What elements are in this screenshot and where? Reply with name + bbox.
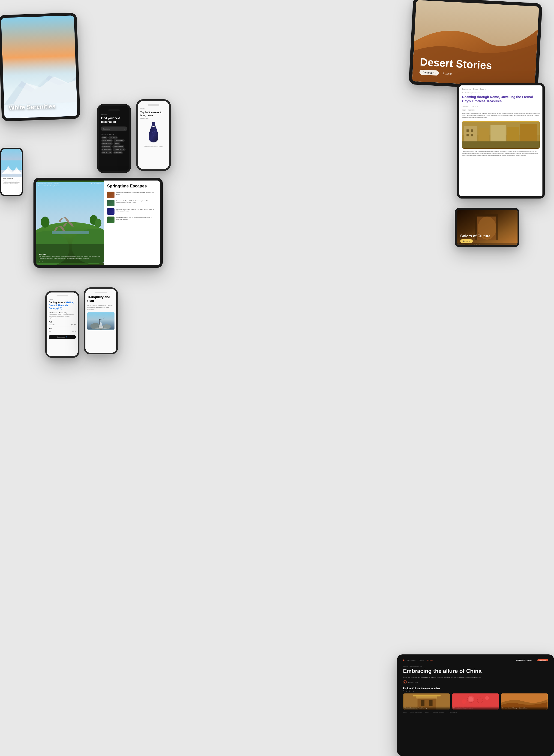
rome-nav-destinations[interactable]: Destinations: [462, 88, 471, 90]
bus-section: Bus: [49, 328, 76, 329]
china-description: China is a vast land with thousands of y…: [403, 677, 548, 678]
nav-dot-2-active: [477, 244, 477, 245]
book-ride-button[interactable]: Book a ride ✈: [49, 335, 76, 339]
china-nav-destinations[interactable]: Destinations: [407, 659, 416, 661]
ipad-desert-stories: 5 stories: [443, 72, 452, 75]
play-button[interactable]: ▶: [403, 680, 407, 684]
spring-landscape: [36, 180, 104, 265]
ipad-desert-discover[interactable]: Discover ›: [420, 69, 439, 75]
spring-caption-title: Wales Way: [39, 254, 102, 255]
svg-rect-52: [421, 700, 425, 706]
colors-discover-button[interactable]: Discover: [460, 239, 473, 243]
china-bottom-photography[interactable]: Photography: [449, 711, 457, 713]
tag-morning[interactable]: Morning Ritual: [101, 143, 113, 145]
play-label: Watch the video: [408, 682, 418, 683]
tag-desert[interactable]: Desert trips: [113, 151, 123, 154]
tag-bestday[interactable]: Best for a day: [101, 151, 112, 154]
china-bottom-article[interactable]: Article: [426, 711, 429, 713]
china-section-header: Explore China's timeless wonders Start y…: [400, 687, 551, 692]
spring-caption-text: The Wales Way is a new collective name f…: [39, 256, 102, 260]
getting-title: Getting Around Getting Around Riverside …: [49, 301, 76, 310]
china-bottom-planning[interactable]: Planning a journey: [410, 711, 422, 713]
tag-athens[interactable]: Athens: [114, 143, 121, 145]
ipad-snow-screen: White Serenities: [1, 15, 77, 119]
svg-rect-30: [52, 231, 89, 234]
tag-diving[interactable]: Diving & Beach: [112, 146, 124, 148]
china-card-zhangye[interactable]: The best shots of Zhangye National Geo..…: [501, 693, 548, 710]
search-input-bar[interactable]: Search... ⌕: [101, 126, 127, 131]
ipad-rome: Destinations Stories Discover The Best S…: [457, 83, 545, 199]
svg-rect-51: [413, 695, 441, 696]
spring-nav-discover[interactable]: Discover: [54, 182, 59, 184]
tag-south[interactable]: South America: [101, 140, 113, 142]
china-bottom-video[interactable]: Video: [403, 711, 406, 713]
china-logo: KLM Fly Magazine: [516, 659, 532, 661]
spring-article-3[interactable]: Lights, Camera, Action! Exploring the Hi…: [107, 208, 157, 215]
china-section-sub: Start your journey: [403, 690, 548, 692]
tranquility-image: [87, 312, 114, 330]
winter-bg-image: My winter escapes: [1, 149, 22, 177]
rome-breadcrumb: The Best Spring Destinations: [462, 92, 540, 94]
tranquility-title: Tranquility and Skill: [87, 295, 114, 303]
spring-nav-destinations[interactable]: Destinations: [38, 182, 46, 184]
china-bottom-embracing[interactable]: Embracing wonders: [433, 711, 445, 713]
article-text-nature: Nature's Playground: Top 5 Outdoor and A…: [116, 217, 157, 220]
rome-nav: Destinations Stories Discover: [462, 88, 540, 90]
rome-description: Welcome to the enchanting city of Rome, …: [462, 112, 540, 119]
iphone-colors-screen: Colors of Culture Discover Destinations …: [457, 210, 517, 245]
spring-image-panel: Destinations Stories Discover ▶ 1 thing …: [36, 180, 104, 265]
tag-london[interactable]: London City Trip: [113, 149, 125, 151]
spring-nav-stories[interactable]: Stories: [48, 182, 52, 184]
china-section-title: Explore China's timeless wonders: [403, 687, 548, 690]
svg-rect-53: [429, 700, 433, 706]
spring-nav: Destinations Stories Discover ▶ 1 thing …: [38, 182, 103, 184]
rome-tag-city[interactable]: City Trip: [468, 109, 475, 111]
bus-range-label: Fare: [49, 331, 51, 332]
tag-golf[interactable]: Golf Courses: [101, 149, 112, 151]
rome-nav-discover[interactable]: Discover: [480, 88, 486, 90]
iphone-colors: Colors of Culture Discover Destinations …: [455, 208, 519, 247]
iphone-tranquility: Tranquility and Skill The art of fly fis…: [84, 287, 118, 354]
find-tickets-button[interactable]: Find tickets: [537, 659, 548, 661]
nav-stories-label: Stories: [468, 243, 472, 245]
china-card-forbidden-city[interactable]: The Last Great of the Forbidden City: [403, 693, 450, 710]
svg-point-58: [485, 696, 489, 700]
tag-usa[interactable]: United States: [114, 140, 125, 142]
tag-festival[interactable]: Live Festival: [101, 146, 111, 148]
china-card-2-label: China's Last winter destinations: [452, 706, 499, 710]
taxi-section: Taxi: [49, 321, 76, 323]
rome-tag-all[interactable]: All: [462, 109, 466, 111]
china-nav-discover[interactable]: Discover: [427, 659, 433, 661]
china-bottom-nav: Video Planning a journey Article Embraci…: [400, 710, 551, 713]
taxi-range-row: Average fare $20 - $35: [49, 323, 76, 326]
spring-article-1[interactable]: Where Wine, History and Gastronomy conve…: [107, 192, 157, 198]
iphone-notch: [108, 109, 120, 111]
svg-point-56: [468, 697, 473, 702]
article-thumb-lights: [107, 208, 114, 215]
china-nav-stories[interactable]: Stories: [419, 659, 424, 661]
ipad-rome-screen: Destinations Stories Discover The Best S…: [459, 86, 543, 196]
search-title: Find your next destination: [101, 117, 127, 124]
vase-container: [144, 121, 163, 145]
bus-range-row: Fare $2 - $4: [49, 330, 76, 333]
ipad-china: Destinations Stories Discover KLM Fly Ma…: [397, 654, 554, 756]
ipad-desert-screen: Desert Stories Discover › 5 stories: [412, 0, 539, 88]
ipad-snow-title: White Serenities: [9, 103, 56, 111]
tranquility-description: The art of fly fishing combines patience…: [87, 305, 114, 310]
tag-dubai[interactable]: Dubai: [101, 137, 108, 139]
svg-point-7: [151, 134, 152, 135]
rome-meta-left: Rome Italy: [462, 106, 469, 107]
china-card-winter[interactable]: China's Last winter destinations: [452, 693, 499, 710]
winter-body: Winter destinations Waking up in warm la…: [1, 177, 22, 187]
iphone-tranquility-screen: Tranquility and Skill The art of fly fis…: [86, 289, 116, 353]
article-text-lights: Lights, Camera, Action! Exploring the Hi…: [116, 208, 157, 212]
spring-article-2[interactable]: Embracing the Spirit of Liberty: Immersi…: [107, 200, 157, 206]
tag-city[interactable]: City Top 10: [108, 137, 118, 139]
rome-tags: All City Trip: [462, 109, 540, 111]
china-card-3-label: The best shots of Zhangye National Geo..…: [501, 706, 548, 710]
spring-article-4[interactable]: Nature's Playground: Top 5 Outdoor and A…: [107, 217, 157, 223]
getting-notch: [57, 295, 68, 296]
svg-point-59: [462, 699, 466, 704]
iphone-colors-navbar: Destinations Stories: [457, 243, 517, 245]
rome-nav-stories[interactable]: Stories: [473, 88, 478, 90]
